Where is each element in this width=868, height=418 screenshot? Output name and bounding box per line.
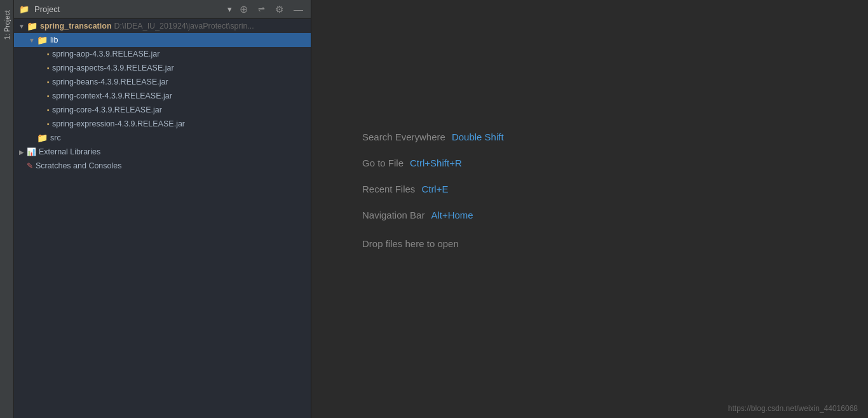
goto-file-key: Ctrl+Shift+R xyxy=(410,158,462,168)
navigation-bar-label: Navigation Bar xyxy=(362,210,424,220)
dropdown-arrow-icon[interactable]: ▾ xyxy=(227,4,232,14)
jar-icon-5: ▪ xyxy=(47,106,50,114)
spring-beans-item[interactable]: ▪ spring-beans-4.3.9.RELEASE.jar xyxy=(14,75,311,89)
project-tab-label[interactable]: 1: Project xyxy=(1,6,13,43)
locate-button[interactable]: ⊕ xyxy=(237,3,250,16)
spring-context-item[interactable]: ▪ spring-context-4.3.9.RELEASE.jar xyxy=(14,89,311,103)
src-arrow-icon: ▶ xyxy=(27,135,37,142)
lib-folder-icon: 📁 xyxy=(37,35,48,45)
recent-files-row: Recent Files Ctrl+E xyxy=(362,184,448,194)
scratches-label: Scratches and Consoles xyxy=(36,161,122,170)
lib-expand-arrow-icon: ▼ xyxy=(27,37,37,44)
scroll-from-source-button[interactable]: ⇌ xyxy=(255,4,268,15)
project-name-label: spring_transcation xyxy=(40,22,112,30)
expand-arrow-icon: ▼ xyxy=(17,23,27,30)
spring-context-label: spring-context-4.3.9.RELEASE.jar xyxy=(52,91,172,100)
jar-icon-1: ▪ xyxy=(47,50,50,58)
project-tree: ▼ 📁 spring_transcation D:\IDEA_IU_201924… xyxy=(14,19,311,418)
spring-core-item[interactable]: ▪ spring-core-4.3.9.RELEASE.jar xyxy=(14,103,311,117)
scratches-item[interactable]: ▶ ✎ Scratches and Consoles xyxy=(14,159,311,173)
project-folder-icon: 📁 xyxy=(27,21,37,31)
spring-beans-label: spring-beans-4.3.9.RELEASE.jar xyxy=(52,78,168,86)
recent-files-label: Recent Files xyxy=(362,184,415,194)
external-libraries-icon: 📊 xyxy=(27,147,36,156)
src-folder-icon: 📁 xyxy=(37,133,48,143)
welcome-content: Search Everywhere Double Shift Go to Fil… xyxy=(311,0,868,418)
scratches-icon: ✎ xyxy=(27,161,33,170)
goto-file-label: Go to File xyxy=(362,158,403,168)
navigation-bar-key: Alt+Home xyxy=(431,210,473,220)
jar-icon-4: ▪ xyxy=(47,92,50,100)
settings-button[interactable]: ⚙ xyxy=(273,3,286,16)
navigation-bar-row: Navigation Bar Alt+Home xyxy=(362,210,473,220)
left-gutter: 1: Project xyxy=(0,0,14,418)
spring-aop-label: spring-aop-4.3.9.RELEASE.jar xyxy=(52,50,160,58)
search-everywhere-key: Double Shift xyxy=(452,131,504,142)
project-path-label: D:\IDEA_IU_201924\javaProtect\sprin... xyxy=(114,22,254,30)
recent-files-key: Ctrl+E xyxy=(421,184,448,194)
search-everywhere-row: Search Everywhere Double Shift xyxy=(362,131,504,142)
external-libraries-item[interactable]: ▶ 📊 External Libraries xyxy=(14,145,311,159)
footer-url: https://blog.csdn.net/weixin_44016068 xyxy=(728,404,858,413)
project-panel: 📁 Project ▾ ⊕ ⇌ ⚙ — ▼ 📁 spring_transcati… xyxy=(14,0,311,418)
main-area: Search Everywhere Double Shift Go to Fil… xyxy=(311,0,868,418)
jar-icon-2: ▪ xyxy=(47,64,50,72)
project-root-item[interactable]: ▼ 📁 spring_transcation D:\IDEA_IU_201924… xyxy=(14,19,311,33)
lib-label: lib xyxy=(50,36,58,44)
goto-file-row: Go to File Ctrl+Shift+R xyxy=(362,158,462,168)
minimize-button[interactable]: — xyxy=(291,3,306,15)
panel-header: 📁 Project ▾ ⊕ ⇌ ⚙ — xyxy=(14,0,311,19)
scratches-arrow-icon: ▶ xyxy=(17,163,27,170)
src-label: src xyxy=(50,133,61,142)
spring-core-label: spring-core-4.3.9.RELEASE.jar xyxy=(52,105,162,114)
src-item[interactable]: ▶ 📁 src xyxy=(14,131,311,145)
spring-aop-item[interactable]: ▪ spring-aop-4.3.9.RELEASE.jar xyxy=(14,47,311,61)
jar-icon-3: ▪ xyxy=(47,78,50,86)
lib-folder-item[interactable]: ▼ 📁 lib xyxy=(14,33,311,47)
folder-icon: 📁 xyxy=(19,4,29,14)
jar-icon-6: ▪ xyxy=(47,120,50,128)
spring-aspects-item[interactable]: ▪ spring-aspects-4.3.9.RELEASE.jar xyxy=(14,61,311,75)
search-everywhere-label: Search Everywhere xyxy=(362,131,445,142)
panel-title: Project xyxy=(34,4,222,14)
spring-aspects-label: spring-aspects-4.3.9.RELEASE.jar xyxy=(52,64,174,72)
spring-expression-label: spring-expression-4.3.9.RELEASE.jar xyxy=(52,119,185,128)
spring-expression-item[interactable]: ▪ spring-expression-4.3.9.RELEASE.jar xyxy=(14,117,311,131)
drop-files-text: Drop files here to open xyxy=(362,238,459,249)
external-libraries-label: External Libraries xyxy=(39,147,100,156)
external-arrow-icon: ▶ xyxy=(17,149,27,156)
